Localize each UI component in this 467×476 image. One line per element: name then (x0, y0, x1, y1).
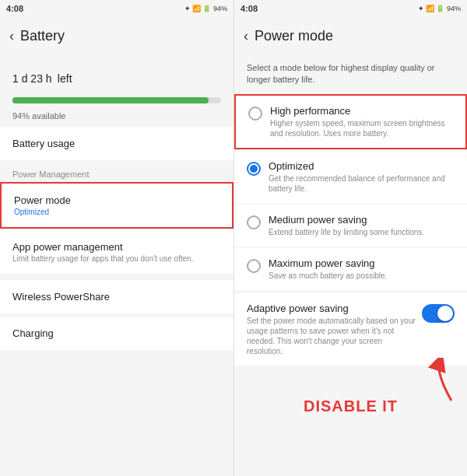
adaptive-text: Adaptive power saving Set the power mode… (247, 303, 416, 356)
bluetooth-icon: ✦ (184, 5, 191, 12)
adaptive-toggle[interactable] (422, 304, 455, 323)
app-power-title: App power management (12, 241, 221, 253)
signal-icon: 📶 (192, 5, 201, 12)
medium-power-saving-option[interactable]: Medium power saving Extend battery life … (234, 205, 467, 247)
left-header: ‹ Battery (0, 17, 234, 54)
charging-title: Charging (12, 327, 221, 339)
adaptive-title: Adaptive power saving (247, 303, 416, 314)
high-performance-desc: Higher system speed, maximum screen brig… (270, 118, 453, 138)
battery-time-section: 1 d 23 h left (0, 54, 234, 91)
battery-available-text: 94% available (0, 110, 234, 127)
adaptive-power-saving-section: Adaptive power saving Set the power mode… (234, 293, 467, 366)
optimized-desc: Get the recommended balance of performan… (269, 173, 455, 194)
medium-power-saving-desc: Extend battery life by limiting some fun… (269, 227, 424, 237)
power-mode-description: Select a mode below for highest display … (234, 54, 467, 94)
maximum-power-saving-option[interactable]: Maximum power saving Save as much batter… (234, 248, 467, 290)
high-performance-text: High performance Higher system speed, ma… (270, 105, 453, 138)
battery-usage-title: Battery usage (12, 138, 221, 149)
battery-time-display: 1 d 23 h left (12, 64, 221, 88)
battery-bar (12, 97, 221, 103)
high-performance-title: High performance (270, 105, 453, 117)
power-mode-subtitle: Optimized (14, 208, 219, 216)
right-status-bar: 4:08 ✦ 📶 🔋 94% (234, 0, 467, 17)
maximum-power-saving-title: Maximum power saving (269, 257, 387, 269)
maximum-power-saving-desc: Save as much battery as possible. (269, 271, 387, 281)
charging-item[interactable]: Charging (0, 317, 234, 350)
right-signal-icon: 📶 (426, 5, 434, 12)
optimized-radio[interactable] (247, 162, 261, 176)
right-time: 4:08 (241, 4, 258, 13)
left-panel: 4:08 ✦ 📶 🔋 94% ‹ Battery 1 d 23 h left 9… (0, 0, 234, 476)
left-status-icons: ✦ 📶 🔋 94% (184, 5, 227, 12)
optimized-option[interactable]: Optimized Get the recommended balance of… (234, 151, 467, 203)
right-status-icons: ✦ 📶 🔋 94% (418, 5, 461, 12)
app-power-management-item[interactable]: App power management Limit battery usage… (0, 230, 234, 274)
medium-power-saving-title: Medium power saving (269, 214, 424, 226)
power-mode-item[interactable]: Power mode Optimized (0, 182, 234, 229)
maximum-power-saving-radio[interactable] (247, 259, 261, 273)
right-back-button[interactable]: ‹ (244, 28, 248, 44)
left-header-title: Battery (20, 28, 65, 44)
battery-days: 1 d 23 h (12, 72, 52, 85)
left-back-button[interactable]: ‹ (9, 28, 14, 44)
annotation-container: DISABLE IT (234, 366, 467, 428)
optimized-title: Optimized (269, 160, 455, 172)
app-power-subtitle: Limit battery usage for apps that you do… (12, 254, 221, 263)
toggle-knob (437, 306, 453, 321)
power-mode-title: Power mode (14, 194, 219, 206)
left-status-bar: 4:08 ✦ 📶 🔋 94% (0, 0, 234, 17)
right-panel: 4:08 ✦ 📶 🔋 94% ‹ Power mode Select a mod… (234, 0, 467, 476)
wireless-powershare-title: Wireless PowerShare (12, 291, 221, 303)
battery-icon: 🔋 94% (202, 5, 227, 12)
disable-it-label: DISABLE IT (234, 391, 467, 422)
right-header: ‹ Power mode (234, 17, 467, 54)
medium-power-saving-text: Medium power saving Extend battery life … (269, 214, 424, 237)
high-performance-option[interactable]: High performance Higher system speed, ma… (234, 94, 467, 149)
battery-usage-item[interactable]: Battery usage (0, 127, 234, 160)
high-performance-radio[interactable] (248, 107, 262, 121)
battery-fill (12, 97, 209, 103)
medium-power-saving-radio[interactable] (247, 215, 261, 229)
adaptive-desc: Set the power mode automatically based o… (247, 316, 416, 356)
right-header-title: Power mode (255, 28, 333, 44)
right-battery-icon: 🔋 94% (436, 5, 461, 12)
right-bluetooth-icon: ✦ (418, 5, 424, 12)
wireless-powershare-item[interactable]: Wireless PowerShare (0, 280, 234, 313)
maximum-power-saving-text: Maximum power saving Save as much batter… (269, 257, 387, 281)
power-management-label: Power Management (0, 162, 234, 182)
battery-left-label: left (58, 72, 72, 85)
left-time: 4:08 (6, 4, 23, 13)
optimized-text: Optimized Get the recommended balance of… (269, 160, 455, 194)
